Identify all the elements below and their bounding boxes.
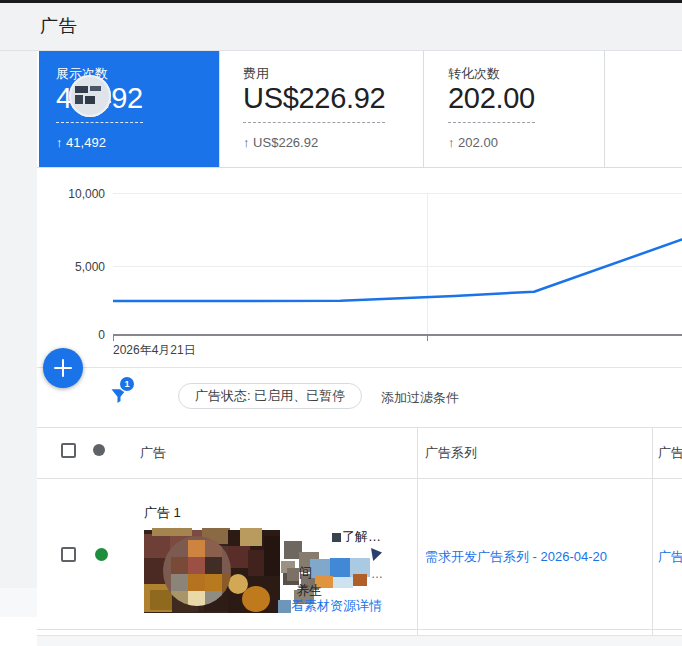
filter-count-badge: 1 bbox=[120, 377, 134, 391]
collage-pixel-tile bbox=[150, 590, 172, 610]
collage-pixel-tile bbox=[205, 557, 222, 574]
scorecard-value: US$226.92 bbox=[243, 82, 385, 123]
y-axis-tick-0: 0 bbox=[45, 328, 105, 342]
collage-pixel-tile bbox=[332, 533, 341, 542]
scorecard-delta: ↑ 202.00 bbox=[448, 135, 498, 150]
collage-circle-mosaic bbox=[163, 536, 231, 606]
scorecard-value: 202.00 bbox=[448, 82, 535, 123]
table-header-bottom-border bbox=[37, 478, 682, 479]
y-axis-tick-5000: 5,000 bbox=[45, 260, 105, 274]
ads-overview-page: 广告 展示次数 41,492 ↑ 41,492 费用 US$226.92 ↑ U… bbox=[0, 0, 682, 646]
redacted-logo-overlay bbox=[69, 75, 111, 117]
x-axis-date-label: 2026年4月21日 bbox=[113, 342, 196, 359]
toolbar-top-border bbox=[37, 367, 682, 368]
select-all-checkbox[interactable] bbox=[61, 443, 76, 458]
collage-pixel-tile bbox=[333, 577, 353, 588]
scorecard-conversions[interactable]: 转化次数 202.00 ↑ 202.00 bbox=[423, 51, 604, 167]
column-header-adgroup[interactable]: 广告 bbox=[658, 444, 682, 462]
collage-text-fragment: … bbox=[371, 568, 383, 581]
ad-status-filter-chip[interactable]: 广告状态: 已启用、已暂停 bbox=[178, 383, 362, 409]
page-title: 广告 bbox=[40, 14, 77, 38]
y-axis-tick-10000: 10,000 bbox=[45, 187, 105, 201]
campaign-link[interactable]: 需求开发广告系列 - 2026-04-20 bbox=[425, 548, 607, 566]
column-header-ad[interactable]: 广告 bbox=[140, 444, 166, 462]
collage-pixel-tile bbox=[188, 591, 205, 606]
scorecard-empty[interactable] bbox=[604, 51, 682, 167]
row-checkbox[interactable] bbox=[61, 547, 76, 562]
collage-text-fragment: 了解… bbox=[342, 530, 381, 544]
collage-pixel-tile bbox=[228, 546, 250, 568]
collage-pixel-tile bbox=[171, 557, 188, 574]
collage-pixel-tile bbox=[242, 586, 270, 612]
collage-pixel-tile bbox=[188, 574, 205, 591]
asset-details-link[interactable]: 看素材资源详情 bbox=[291, 599, 382, 613]
add-button[interactable] bbox=[43, 348, 83, 388]
scorecard-delta: ↑ 41,492 bbox=[56, 135, 106, 150]
scorecard-impressions[interactable]: 展示次数 41,492 ↑ 41,492 bbox=[39, 51, 219, 167]
scorecard-label: 转化次数 bbox=[448, 65, 500, 83]
adgroup-link[interactable]: 广告 bbox=[658, 548, 682, 566]
column-divider-2 bbox=[652, 427, 653, 646]
left-nav-rail bbox=[0, 51, 37, 588]
collage-pixel-tile bbox=[240, 528, 262, 546]
collage-pixel-tile bbox=[188, 557, 205, 574]
collage-pixel-tile bbox=[152, 528, 192, 536]
ad-name: 广告 1 bbox=[144, 504, 181, 522]
collage-pixel-tile bbox=[228, 574, 248, 594]
plus-icon bbox=[62, 359, 64, 377]
scorecard-label: 费用 bbox=[243, 65, 269, 83]
collage-pixel-tile bbox=[205, 574, 222, 591]
impressions-line-chart bbox=[113, 180, 682, 336]
collage-text-fragment: 养生 bbox=[296, 584, 322, 598]
collage-pixel-tile bbox=[330, 558, 350, 578]
table-row-bottom-border bbox=[37, 629, 682, 630]
left-nav-rail-lower bbox=[0, 588, 37, 617]
row-status-enabled-dot[interactable] bbox=[95, 548, 108, 561]
table-summary-band bbox=[37, 635, 682, 646]
x-axis-tick-2 bbox=[427, 336, 428, 341]
scorecard-delta: ↑ US$226.92 bbox=[243, 135, 318, 150]
collage-pixel-tile bbox=[287, 568, 299, 581]
collage-pixel-tile bbox=[264, 536, 280, 576]
add-filter-button[interactable]: 添加过滤条件 bbox=[381, 389, 459, 407]
collage-pixel-tile bbox=[188, 540, 205, 557]
table-header-top-border bbox=[37, 427, 682, 428]
collage-pixel-tile bbox=[353, 574, 367, 586]
collage-pixel-tile bbox=[371, 548, 382, 561]
ad-thumbnail-collage[interactable]: 了解…间…养生看素材资源详情 bbox=[144, 528, 390, 614]
collage-pixel-tile bbox=[278, 600, 291, 613]
column-header-campaign[interactable]: 广告系列 bbox=[425, 444, 477, 462]
column-divider-1 bbox=[417, 427, 418, 646]
cards-bottom-border bbox=[37, 167, 682, 168]
status-column-dot-icon bbox=[93, 444, 105, 456]
page-header: 广告 bbox=[0, 3, 682, 51]
scorecard-cost[interactable]: 费用 US$226.92 ↑ US$226.92 bbox=[219, 51, 423, 167]
collage-pixel-tile bbox=[171, 574, 188, 591]
collage-text-fragment: 间 bbox=[299, 566, 312, 580]
x-axis-tick-1 bbox=[113, 336, 114, 341]
